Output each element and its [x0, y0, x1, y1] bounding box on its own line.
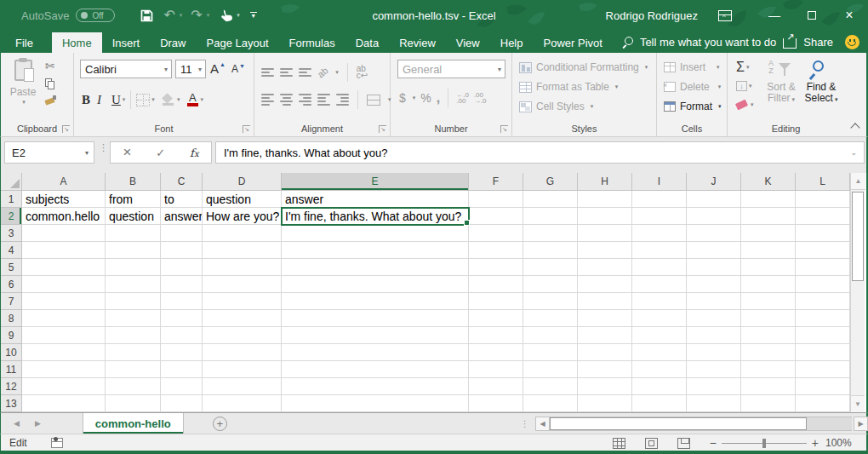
scroll-up-icon[interactable]: ▲ — [851, 173, 865, 190]
column-header-E[interactable]: E — [282, 173, 469, 191]
underline-dropdown-icon[interactable]: ▾ — [123, 96, 126, 103]
cell-K11[interactable] — [741, 361, 796, 378]
sheet-nav-left-icon[interactable]: ◀ — [6, 413, 27, 434]
cell-J6[interactable] — [687, 276, 741, 293]
feedback-smiley-icon[interactable] — [845, 35, 859, 49]
cell-L1[interactable] — [796, 191, 850, 208]
cell-I6[interactable] — [632, 276, 687, 293]
row-header-9[interactable]: 9 — [1, 327, 22, 344]
redo-dropdown-icon[interactable]: ▾ — [207, 12, 210, 19]
align-bottom-icon[interactable] — [299, 66, 311, 78]
cell-F11[interactable] — [469, 361, 523, 378]
cell-A11[interactable] — [22, 361, 106, 378]
cell-I4[interactable] — [632, 242, 687, 259]
cell-L12[interactable] — [796, 378, 850, 395]
borders-dropdown-icon[interactable]: ▾ — [151, 96, 155, 103]
cell-L11[interactable] — [796, 361, 850, 378]
decrease-font-size-button[interactable]: A▼ — [231, 63, 245, 75]
cell-H11[interactable] — [578, 361, 632, 378]
cell-F7[interactable] — [469, 293, 523, 310]
cell-I5[interactable] — [632, 259, 687, 276]
cell-G4[interactable] — [523, 242, 578, 259]
cell-F8[interactable] — [469, 310, 523, 327]
cell-I8[interactable] — [632, 310, 687, 327]
formula-bar-handle[interactable]: ⋮ — [99, 145, 108, 150]
cell-J7[interactable] — [687, 293, 741, 310]
orientation-icon[interactable]: ab — [316, 65, 330, 79]
cell-D3[interactable] — [203, 225, 282, 242]
cell-J8[interactable] — [687, 310, 741, 327]
cell-E4[interactable] — [282, 242, 469, 259]
cell-G2[interactable] — [523, 208, 578, 225]
cell-K5[interactable] — [741, 259, 796, 276]
cell-K13[interactable] — [741, 395, 796, 412]
enter-icon[interactable]: ✓ — [156, 147, 165, 159]
cell-A6[interactable] — [22, 276, 106, 293]
cell-K8[interactable] — [741, 310, 796, 327]
autosum-button[interactable]: Σ▾ — [736, 60, 749, 75]
cell-A8[interactable] — [22, 310, 106, 327]
cell-G1[interactable] — [523, 191, 578, 208]
cell-F2[interactable] — [469, 208, 523, 225]
row-header-11[interactable]: 11 — [1, 361, 22, 378]
zoom-knob[interactable] — [762, 439, 766, 448]
accounting-dropdown-icon[interactable]: ▾ — [413, 95, 416, 101]
accounting-format-icon[interactable]: $ — [399, 91, 406, 105]
cell-C13[interactable] — [161, 395, 203, 412]
cell-A5[interactable] — [22, 259, 106, 276]
cell-B3[interactable] — [106, 225, 161, 242]
cell-I13[interactable] — [632, 395, 687, 412]
user-name[interactable]: Rodrigo Rodriguez — [606, 9, 698, 22]
cell-A4[interactable] — [22, 242, 106, 259]
name-box-dropdown-icon[interactable]: ▾ — [85, 149, 94, 157]
cell-C1[interactable]: to — [161, 191, 203, 208]
cell-I9[interactable] — [632, 327, 687, 344]
cell-L2[interactable] — [796, 208, 850, 225]
tell-me-search[interactable]: Tell me what you want to do — [625, 31, 776, 53]
column-header-H[interactable]: H — [578, 173, 632, 191]
new-sheet-icon[interactable]: + — [213, 417, 227, 431]
cell-D8[interactable] — [203, 310, 282, 327]
underline-button[interactable]: U — [111, 93, 121, 107]
cell-B4[interactable] — [106, 242, 161, 259]
undo-icon[interactable]: ↶ — [163, 9, 174, 22]
tab-scrollbar-splitter[interactable]: ⋮ — [521, 419, 529, 428]
cell-F1[interactable] — [469, 191, 523, 208]
cell-B12[interactable] — [106, 378, 161, 395]
format-painter-icon[interactable] — [45, 95, 55, 105]
horizontal-scrollbar[interactable]: ◀ — [535, 417, 852, 431]
tab-home[interactable]: Home — [52, 32, 102, 53]
cell-G6[interactable] — [523, 276, 578, 293]
name-box[interactable]: E2▾ — [4, 141, 94, 164]
cell-E3[interactable] — [282, 225, 469, 242]
cell-B9[interactable] — [106, 327, 161, 344]
expand-formula-bar-icon[interactable]: ⌄ — [850, 148, 864, 157]
cell-H7[interactable] — [578, 293, 632, 310]
italic-button[interactable]: I — [97, 93, 111, 107]
cell-H4[interactable] — [578, 242, 632, 259]
cell-J9[interactable] — [687, 327, 741, 344]
cell-E5[interactable] — [282, 259, 469, 276]
cell-D4[interactable] — [203, 242, 282, 259]
percent-style-icon[interactable]: % — [420, 91, 431, 105]
bold-button[interactable]: B — [82, 93, 97, 107]
cell-L6[interactable] — [796, 276, 850, 293]
undo-dropdown-icon[interactable]: ▾ — [180, 12, 183, 19]
number-dialog-launcher-icon[interactable] — [500, 125, 508, 133]
cell-G9[interactable] — [523, 327, 578, 344]
cell-J12[interactable] — [687, 378, 741, 395]
cell-D10[interactable] — [203, 344, 282, 361]
alignment-dialog-launcher-icon[interactable] — [379, 125, 386, 133]
cell-G3[interactable] — [523, 225, 578, 242]
cell-H8[interactable] — [578, 310, 632, 327]
borders-icon[interactable] — [136, 94, 150, 106]
row-header-8[interactable]: 8 — [1, 310, 22, 327]
normal-view-icon[interactable] — [613, 438, 625, 449]
cell-H10[interactable] — [578, 344, 632, 361]
tab-file[interactable]: File — [5, 32, 43, 53]
cell-styles-button[interactable]: Cell Styles▾ — [519, 101, 593, 112]
cell-L5[interactable] — [796, 259, 850, 276]
fill-color-dropdown-icon[interactable]: ▾ — [177, 96, 180, 103]
cell-B10[interactable] — [106, 344, 161, 361]
tab-help[interactable]: Help — [490, 32, 534, 53]
